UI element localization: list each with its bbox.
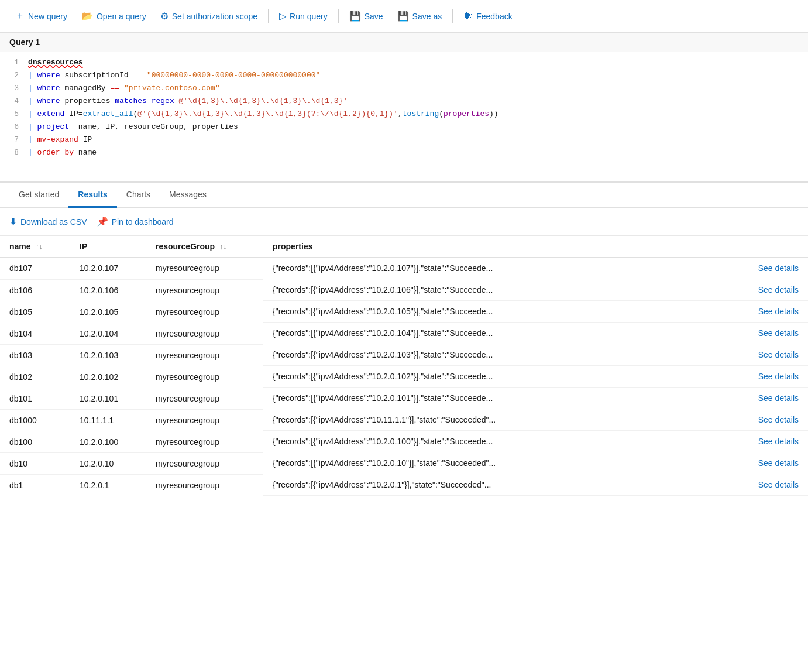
line-num-2: 2 bbox=[0, 70, 28, 82]
see-details-link[interactable]: See details bbox=[758, 458, 799, 468]
action-bar: ⬇ Download as CSV 📌 Pin to dashboard bbox=[0, 208, 808, 236]
table-row: db1010.2.0.10myresourcegroup{"records":[… bbox=[0, 452, 808, 474]
line-num-5: 5 bbox=[0, 108, 28, 121]
see-details-link[interactable]: See details bbox=[758, 307, 799, 316]
see-details-link[interactable]: See details bbox=[758, 372, 799, 381]
run-query-button[interactable]: ▷ Run query bbox=[273, 7, 333, 25]
see-details-link[interactable]: See details bbox=[758, 437, 799, 446]
download-csv-button[interactable]: ⬇ Download as CSV bbox=[9, 214, 87, 229]
cell-name: db105 bbox=[0, 301, 70, 323]
results-section: Get started Results Charts Messages ⬇ Do… bbox=[0, 183, 808, 496]
cell-properties: {"records":[{"ipv4Address":"10.11.1.1"}]… bbox=[263, 409, 808, 431]
see-details-link[interactable]: See details bbox=[758, 415, 799, 424]
cell-ip: 10.2.0.100 bbox=[70, 431, 146, 452]
see-details-link[interactable]: See details bbox=[758, 328, 799, 338]
cell-resourcegroup: myresourcegroup bbox=[146, 388, 263, 409]
sort-icon-rg: ↑↓ bbox=[219, 243, 226, 251]
tab-charts[interactable]: Charts bbox=[117, 183, 160, 208]
line-content-5: | extend IP=extract_all(@'(\d{1,3}\.\d{1… bbox=[28, 108, 808, 121]
table-row: db10410.2.0.104myresourcegroup{"records"… bbox=[0, 323, 808, 344]
save-button[interactable]: 💾 Save bbox=[343, 7, 389, 25]
cell-resourcegroup: myresourcegroup bbox=[146, 258, 263, 280]
new-query-button[interactable]: ＋ New query bbox=[9, 6, 73, 26]
tab-messages[interactable]: Messages bbox=[160, 183, 216, 208]
tabs-row: Get started Results Charts Messages bbox=[0, 183, 808, 208]
line-content-2: | where subscriptionId == "00000000-0000… bbox=[28, 70, 808, 82]
cell-ip: 10.2.0.102 bbox=[70, 366, 146, 388]
save-as-icon: 💾 bbox=[397, 11, 409, 22]
col-header-resourcegroup[interactable]: resourceGroup ↑↓ bbox=[146, 236, 263, 258]
cell-resourcegroup: myresourcegroup bbox=[146, 474, 263, 496]
divider-1 bbox=[268, 9, 269, 23]
pin-icon: 📌 bbox=[97, 216, 108, 227]
run-icon: ▷ bbox=[279, 11, 286, 22]
divider-2 bbox=[338, 9, 339, 23]
cell-name: db100 bbox=[0, 431, 70, 452]
see-details-link[interactable]: See details bbox=[758, 263, 799, 273]
cell-name: db101 bbox=[0, 388, 70, 409]
cell-ip: 10.11.1.1 bbox=[70, 409, 146, 431]
cell-ip: 10.2.0.105 bbox=[70, 301, 146, 323]
line-content-3: | where managedBy == "private.contoso.co… bbox=[28, 83, 808, 95]
pin-to-dashboard-button[interactable]: 📌 Pin to dashboard bbox=[97, 214, 174, 229]
cell-name: db104 bbox=[0, 323, 70, 344]
see-details-link[interactable]: See details bbox=[758, 480, 799, 489]
save-icon: 💾 bbox=[349, 11, 361, 22]
query-section: Query 1 1 dnsresources 2 | where subscri… bbox=[0, 33, 808, 183]
table-row: db10210.2.0.102myresourcegroup{"records"… bbox=[0, 366, 808, 388]
code-line-5: 5 | extend IP=extract_all(@'(\d{1,3}\.\d… bbox=[0, 108, 808, 121]
code-line-7: 7 | mv-expand IP bbox=[0, 134, 808, 147]
cell-resourcegroup: myresourcegroup bbox=[146, 409, 263, 431]
cell-name: db106 bbox=[0, 279, 70, 301]
toolbar: ＋ New query 📂 Open a query ⚙ Set authori… bbox=[0, 0, 808, 33]
cell-ip: 10.2.0.107 bbox=[70, 258, 146, 280]
table-header-row: name ↑↓ IP resourceGroup ↑↓ properties bbox=[0, 236, 808, 258]
see-details-link[interactable]: See details bbox=[758, 350, 799, 359]
line-content-4: | where properties matches regex @'\d{1,… bbox=[28, 95, 808, 108]
line-num-7: 7 bbox=[0, 134, 28, 146]
col-header-name[interactable]: name ↑↓ bbox=[0, 236, 70, 258]
cell-resourcegroup: myresourcegroup bbox=[146, 366, 263, 388]
cell-properties: {"records":[{"ipv4Address":"10.2.0.102"}… bbox=[263, 366, 808, 388]
sort-icon-name: ↑↓ bbox=[35, 243, 42, 251]
see-details-link[interactable]: See details bbox=[758, 285, 799, 294]
line-content-7: | mv-expand IP bbox=[28, 134, 808, 146]
code-line-2: 2 | where subscriptionId == "00000000-00… bbox=[0, 70, 808, 83]
feedback-button[interactable]: 🗣 Feedback bbox=[458, 8, 518, 25]
code-editor[interactable]: 1 dnsresources 2 | where subscriptionId … bbox=[0, 52, 808, 181]
cell-resourcegroup: myresourcegroup bbox=[146, 344, 263, 366]
cell-name: db102 bbox=[0, 366, 70, 388]
tab-get-started[interactable]: Get started bbox=[9, 183, 68, 208]
cell-resourcegroup: myresourcegroup bbox=[146, 452, 263, 474]
cell-name: db1000 bbox=[0, 409, 70, 431]
cell-name: db10 bbox=[0, 452, 70, 474]
set-auth-button[interactable]: ⚙ Set authorization scope bbox=[154, 7, 263, 25]
cell-properties: {"records":[{"ipv4Address":"10.2.0.104"}… bbox=[263, 323, 808, 344]
tab-results[interactable]: Results bbox=[68, 183, 117, 208]
line-num-1: 1 bbox=[0, 57, 28, 69]
gear-icon: ⚙ bbox=[160, 11, 169, 22]
cell-properties: {"records":[{"ipv4Address":"10.2.0.103"}… bbox=[263, 344, 808, 366]
cell-properties: {"records":[{"ipv4Address":"10.2.0.105"}… bbox=[263, 301, 808, 323]
folder-icon: 📂 bbox=[81, 11, 93, 22]
cell-properties: {"records":[{"ipv4Address":"10.2.0.106"}… bbox=[263, 279, 808, 301]
save-as-button[interactable]: 💾 Save as bbox=[391, 7, 448, 25]
table-row: db10310.2.0.103myresourcegroup{"records"… bbox=[0, 344, 808, 366]
col-header-properties: properties bbox=[263, 236, 808, 258]
open-query-button[interactable]: 📂 Open a query bbox=[75, 7, 152, 25]
code-line-8: 8 | order by name bbox=[0, 147, 808, 160]
table-row: db10610.2.0.106myresourcegroup{"records"… bbox=[0, 279, 808, 301]
code-line-1: 1 dnsresources bbox=[0, 57, 808, 70]
see-details-link[interactable]: See details bbox=[758, 393, 799, 403]
cell-resourcegroup: myresourcegroup bbox=[146, 431, 263, 452]
cell-name: db1 bbox=[0, 474, 70, 496]
query-title: Query 1 bbox=[0, 33, 808, 52]
code-line-6: 6 | project name, IP, resourceGroup, pro… bbox=[0, 121, 808, 134]
line-content-6: | project name, IP, resourceGroup, prope… bbox=[28, 121, 808, 133]
table-row: db10510.2.0.105myresourcegroup{"records"… bbox=[0, 301, 808, 323]
line-num-6: 6 bbox=[0, 121, 28, 133]
cell-resourcegroup: myresourcegroup bbox=[146, 323, 263, 344]
cell-name: db107 bbox=[0, 258, 70, 280]
table-row: db100010.11.1.1myresourcegroup{"records"… bbox=[0, 409, 808, 431]
code-line-3: 3 | where managedBy == "private.contoso.… bbox=[0, 83, 808, 95]
